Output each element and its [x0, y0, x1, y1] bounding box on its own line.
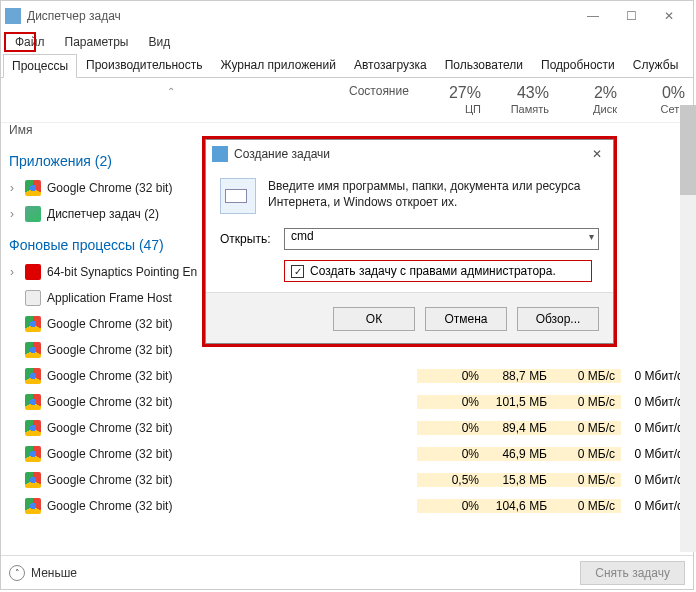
tab-startup[interactable]: Автозагрузка	[345, 53, 436, 77]
expand-icon[interactable]: ›	[5, 265, 19, 279]
ok-button[interactable]: ОК	[333, 307, 415, 331]
tab-users[interactable]: Пользователи	[436, 53, 532, 77]
vertical-scrollbar[interactable]	[680, 105, 696, 552]
tab-strip: Процессы Производительность Журнал прило…	[1, 53, 693, 78]
expand-icon[interactable]: ›	[5, 181, 19, 195]
chrome-icon	[25, 368, 41, 384]
tab-processes[interactable]: Процессы	[3, 54, 77, 78]
open-combobox[interactable]: cmd	[284, 228, 599, 250]
create-task-dialog: Создание задачи ✕ Введите имя программы,…	[205, 139, 614, 344]
titlebar: Диспетчер задач — ☐ ✕	[1, 1, 693, 31]
col-disk[interactable]: 2%Диск	[557, 78, 625, 122]
dialog-icon	[212, 146, 228, 162]
expand-icon[interactable]: ›	[5, 207, 19, 221]
chrome-icon	[25, 394, 41, 410]
tab-apphistory[interactable]: Журнал приложений	[212, 53, 345, 77]
scrollbar-thumb[interactable]	[680, 105, 696, 195]
browse-button[interactable]: Обзор...	[517, 307, 599, 331]
run-dialog-highlight: Создание задачи ✕ Введите имя программы,…	[202, 136, 617, 347]
app-icon	[25, 290, 41, 306]
cancel-button[interactable]: Отмена	[425, 307, 507, 331]
window-title: Диспетчер задач	[27, 9, 583, 23]
admin-label: Создать задачу с правами администратора.	[310, 264, 556, 278]
open-label: Открыть:	[220, 232, 276, 246]
dialog-title: Создание задачи	[234, 147, 587, 161]
chrome-icon	[25, 316, 41, 332]
dialog-titlebar: Создание задачи ✕	[206, 140, 613, 168]
list-item[interactable]: Google Chrome (32 bit)0,5%15,8 МБ0 МБ/с0…	[1, 467, 693, 493]
list-item[interactable]: Google Chrome (32 bit)0%88,7 МБ0 МБ/с0 М…	[1, 363, 693, 389]
col-memory[interactable]: 43%Память	[489, 78, 557, 122]
end-task-button[interactable]: Снять задачу	[580, 561, 685, 585]
dialog-close-button[interactable]: ✕	[587, 147, 607, 161]
menubar: Файл Параметры Вид	[1, 31, 693, 53]
chrome-icon	[25, 498, 41, 514]
chrome-icon	[25, 180, 41, 196]
tab-services[interactable]: Службы	[624, 53, 687, 77]
chrome-icon	[25, 420, 41, 436]
synaptics-icon	[25, 264, 41, 280]
footer: ˄ Меньше Снять задачу	[1, 555, 693, 589]
menu-file[interactable]: Файл	[5, 33, 55, 51]
close-button[interactable]: ✕	[659, 9, 679, 23]
list-item[interactable]: Google Chrome (32 bit)0%101,5 МБ0 МБ/с0 …	[1, 389, 693, 415]
list-item[interactable]: Google Chrome (32 bit)0%89,4 МБ0 МБ/с0 М…	[1, 415, 693, 441]
col-state[interactable]: Состояние	[341, 78, 421, 122]
dialog-message: Введите имя программы, папки, документа …	[268, 178, 599, 214]
taskmgr-icon	[25, 206, 41, 222]
sort-indicator[interactable]	[1, 78, 341, 122]
checkbox-checked-icon[interactable]: ✓	[291, 265, 304, 278]
maximize-button[interactable]: ☐	[621, 9, 641, 23]
run-icon	[220, 178, 256, 214]
menu-view[interactable]: Вид	[138, 33, 180, 51]
column-headers: Состояние 27%ЦП 43%Память 2%Диск 0%Сеть	[1, 78, 693, 123]
chrome-icon	[25, 446, 41, 462]
chrome-icon	[25, 342, 41, 358]
tab-performance[interactable]: Производительность	[77, 53, 211, 77]
col-cpu[interactable]: 27%ЦП	[421, 78, 489, 122]
tab-details[interactable]: Подробности	[532, 53, 624, 77]
chrome-icon	[25, 472, 41, 488]
admin-checkbox-row[interactable]: ✓ Создать задачу с правами администратор…	[284, 260, 592, 282]
app-icon	[5, 8, 21, 24]
menu-options[interactable]: Параметры	[55, 33, 139, 51]
list-item[interactable]: Google Chrome (32 bit)0%104,6 МБ0 МБ/с0 …	[1, 493, 693, 519]
list-item[interactable]: Google Chrome (32 bit)0%46,9 МБ0 МБ/с0 М…	[1, 441, 693, 467]
fewer-details-button[interactable]: ˄ Меньше	[9, 565, 77, 581]
minimize-button[interactable]: —	[583, 9, 603, 23]
chevron-up-icon: ˄	[9, 565, 25, 581]
